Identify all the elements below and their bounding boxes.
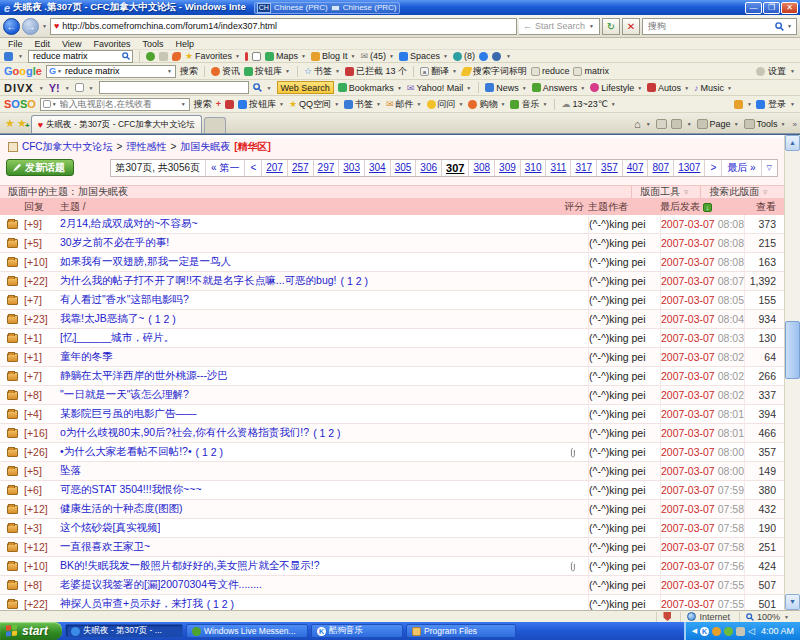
- taskbar-item-folder[interactable]: Program Files: [406, 624, 516, 638]
- page-number-link[interactable]: 207: [261, 160, 287, 176]
- page-jump-dropdown[interactable]: ▽: [761, 160, 777, 176]
- favorites-button[interactable]: ★Favorites▼: [185, 51, 241, 61]
- thread-author[interactable]: (^-^)king pei: [588, 538, 660, 556]
- live-search-input[interactable]: [31, 50, 122, 62]
- sort-desc-icon[interactable]: ↓: [703, 203, 712, 212]
- yahoo-search-input[interactable]: [102, 82, 246, 94]
- page-menu-button[interactable]: Page▼: [697, 119, 740, 129]
- thread-title-link[interactable]: 某影院巨弓虽的电影广告——: [60, 407, 197, 421]
- thread-page-links[interactable]: ( 1 2 ): [313, 427, 340, 439]
- maps-button[interactable]: Maps▼: [265, 51, 307, 61]
- web-search-button[interactable]: Web Search: [277, 81, 334, 94]
- thread-page-links[interactable]: ( 1 2 ): [341, 275, 368, 287]
- google-bookmarks-button[interactable]: ☆书签▼: [304, 65, 341, 78]
- breadcrumb-category[interactable]: 理性感性: [126, 140, 166, 154]
- last-page-link[interactable]: 最后 »: [721, 160, 760, 176]
- back-button[interactable]: ←: [3, 18, 20, 35]
- search-input[interactable]: [646, 20, 773, 32]
- wenwen-button[interactable]: 问问▼: [427, 98, 465, 111]
- thread-author[interactable]: (^-^)king pei: [588, 291, 660, 309]
- thread-title-link[interactable]: 为什么我的帖子打不开了啊!!不就是名字长点嘛...可恶的bug!: [60, 274, 337, 288]
- google-settings-button[interactable]: 设置: [768, 65, 786, 78]
- page-number-link[interactable]: 310: [520, 160, 546, 176]
- thread-author[interactable]: (^-^)king pei: [588, 424, 660, 442]
- printer-icon[interactable]: [671, 119, 682, 129]
- favorites-center-icon[interactable]: ★: [5, 117, 15, 130]
- autos-button[interactable]: Autos▼: [647, 83, 690, 93]
- thread-title-link[interactable]: 童年的冬季: [60, 350, 113, 364]
- google-search-field[interactable]: G▼ ▼: [46, 65, 176, 78]
- thread-author[interactable]: (^-^)king pei: [588, 329, 660, 347]
- history-dropdown-icon[interactable]: ▼: [42, 23, 47, 29]
- attachment-icon[interactable]: [570, 561, 578, 572]
- menu-view[interactable]: View: [62, 39, 81, 49]
- scroll-up-arrow[interactable]: ▲: [785, 135, 800, 151]
- menu-favorites[interactable]: Favorites: [93, 39, 130, 49]
- thread-title-link[interactable]: 我靠!太JB恶搞了~: [60, 312, 144, 326]
- language-indicator-icon[interactable]: CH: [257, 3, 271, 13]
- thread-page-links[interactable]: ( 1 2 ): [148, 313, 175, 325]
- search-board-button[interactable]: 搜索此版面▽: [700, 185, 776, 199]
- page-number-link[interactable]: 309: [494, 160, 520, 176]
- language-primary[interactable]: Chinese (PRC): [274, 3, 328, 12]
- thread-title-link[interactable]: 健康生活的十种态度(图图): [60, 502, 183, 516]
- app-icon[interactable]: [75, 83, 84, 92]
- vertical-scrollbar[interactable]: ▲ ▼: [784, 135, 800, 610]
- menu-file[interactable]: File: [8, 39, 23, 49]
- thread-title-link[interactable]: 一直很喜欢王家卫~: [60, 540, 150, 554]
- taskbar-item-ie[interactable]: 失眠夜 - 第307页 - ...: [65, 624, 183, 638]
- mail-button[interactable]: ✉(45)▼: [360, 51, 395, 61]
- restore-button[interactable]: ❐: [763, 2, 780, 14]
- thread-title-link[interactable]: 这个炫砂袋[真实视频]: [60, 521, 160, 535]
- lifestyle-button[interactable]: Lifestyle▼: [590, 83, 643, 93]
- user-icon[interactable]: [756, 100, 765, 109]
- taskbar-item-music[interactable]: K 酷狗音乐: [311, 624, 403, 638]
- yahoo-search-field[interactable]: [99, 81, 249, 94]
- soso-search-button[interactable]: 搜索: [194, 98, 212, 111]
- add-favorite-icon[interactable]: ★+: [17, 117, 27, 130]
- thread-title-link[interactable]: 有人看过"香水"这部电影吗?: [60, 293, 189, 307]
- pen-icon[interactable]: [245, 52, 248, 61]
- page-number-link[interactable]: 257: [287, 160, 313, 176]
- google-news-button[interactable]: 资讯: [211, 65, 240, 78]
- shopping-button[interactable]: 购物▼: [468, 98, 506, 111]
- thread-author[interactable]: (^-^)king pei: [588, 348, 660, 366]
- start-button[interactable]: start: [0, 622, 62, 640]
- thread-page-links[interactable]: ( 1 2 ): [196, 446, 223, 458]
- yahoo-mail-button[interactable]: ✉Yahoo! Mail▼: [407, 83, 472, 93]
- chevron-down-icon[interactable]: ▼: [506, 53, 511, 59]
- thread-author[interactable]: (^-^)king pei: [588, 557, 660, 575]
- col-last-post[interactable]: 最后发表↓: [660, 200, 744, 214]
- thread-title-link[interactable]: 可恶的STAT 3504!!!我恨你~~~: [60, 483, 202, 497]
- thread-title-link[interactable]: •为什么大家老看帖不回帖!?•: [60, 445, 192, 459]
- next-page-link[interactable]: >: [704, 160, 721, 176]
- page-number-link[interactable]: 304: [364, 160, 390, 176]
- overflow-chevron-icon[interactable]: »: [793, 120, 797, 129]
- new-tab-button[interactable]: [204, 117, 226, 133]
- google-search-input[interactable]: [63, 65, 166, 77]
- thread-author[interactable]: (^-^)king pei: [588, 253, 660, 271]
- google-search-button[interactable]: 搜索: [180, 65, 198, 78]
- page-number-link[interactable]: 407: [622, 160, 648, 176]
- search-icon[interactable]: [122, 52, 130, 60]
- music-button[interactable]: ♪Music▼: [694, 83, 733, 93]
- menu-edit[interactable]: Edit: [35, 39, 51, 49]
- col-replies[interactable]: 回复: [24, 200, 60, 214]
- thread-title-link[interactable]: "一日就是一天"该怎么理解?: [60, 388, 189, 402]
- taskbar-clock[interactable]: 4:00 AM: [761, 626, 794, 636]
- thread-author[interactable]: (^-^)king pei: [588, 405, 660, 423]
- google-highlight-button[interactable]: 搜索字词标明: [462, 65, 527, 78]
- thread-author[interactable]: (^-^)king pei: [588, 481, 660, 499]
- url-text[interactable]: http://bbs.comefromchina.com/forum14/ind…: [62, 21, 277, 31]
- removable-device-icon[interactable]: [736, 627, 745, 636]
- page-number-link[interactable]: 357: [596, 160, 622, 176]
- add-icon[interactable]: +: [216, 99, 221, 109]
- search-icon[interactable]: [775, 22, 784, 31]
- chevron-down-icon[interactable]: ▼: [790, 101, 795, 107]
- zoom-control[interactable]: 100% ▼: [739, 612, 796, 622]
- first-page-link[interactable]: « 第一: [205, 160, 244, 176]
- chevron-down-icon[interactable]: ▼: [787, 23, 792, 29]
- add-icon[interactable]: [146, 52, 155, 61]
- home-icon[interactable]: ⌂: [634, 118, 641, 130]
- security-shield-icon[interactable]: [663, 612, 671, 621]
